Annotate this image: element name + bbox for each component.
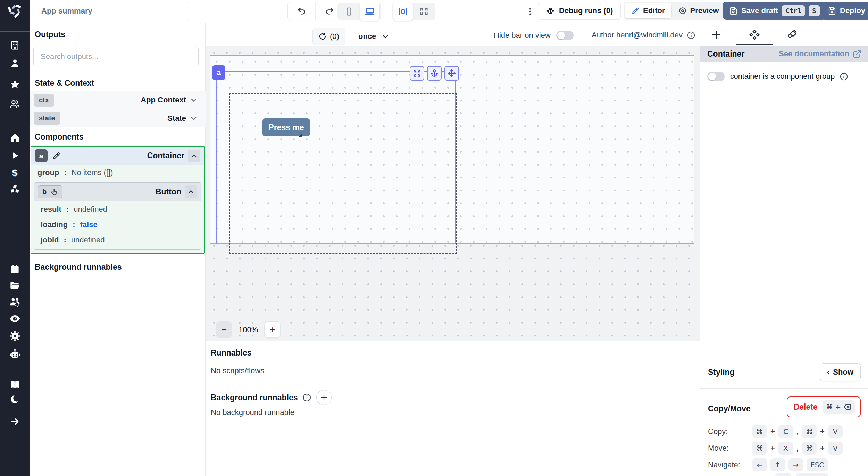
- ctx-row[interactable]: ctx App Context: [30, 91, 206, 109]
- debug-runs-button[interactable]: Debug runs (0): [538, 2, 621, 20]
- desktop-view-button[interactable]: [360, 2, 379, 21]
- selected-container-outline[interactable]: Press me: [216, 71, 456, 244]
- sidebar-item-home[interactable]: [0, 130, 30, 145]
- delete-shortcut-kbd: ⌘ +: [823, 400, 855, 414]
- components-icon: [749, 29, 760, 41]
- sidebar-item-schedules[interactable]: [0, 261, 30, 277]
- add-background-runnable-button[interactable]: [316, 390, 332, 405]
- component-tree-button-b: b Button result: undefined loading: fals…: [34, 182, 201, 250]
- button-b-row[interactable]: b Button: [34, 183, 201, 201]
- tab-preview[interactable]: Preview: [672, 3, 725, 18]
- undo-button[interactable]: [288, 2, 316, 20]
- press-me-button[interactable]: Press me: [262, 118, 310, 136]
- shortcut-row: Navigate:←↑→ESC: [708, 458, 861, 471]
- refresh-mode-dropdown[interactable]: once: [358, 28, 390, 45]
- container-a-row[interactable]: a Container: [31, 147, 204, 165]
- kbd-key: X: [778, 442, 793, 455]
- more-options-icon[interactable]: [524, 6, 536, 17]
- info-icon[interactable]: [840, 72, 848, 81]
- dark-mode-icon[interactable]: [0, 392, 30, 407]
- prop-key: loading: [41, 220, 68, 229]
- search-outputs-input[interactable]: [33, 46, 199, 67]
- move-component-button[interactable]: [444, 66, 459, 81]
- fullwidth-layout-button[interactable]: [414, 4, 434, 19]
- component-group-toggle[interactable]: [707, 72, 725, 81]
- container-subgrid[interactable]: Press me: [229, 93, 457, 254]
- component-group-row: container is a component group: [707, 72, 861, 81]
- preview-tab-label: Preview: [690, 6, 719, 15]
- sidebar-item-docs[interactable]: [0, 377, 30, 392]
- copy-move-title: Copy/Move: [708, 404, 751, 414]
- hide-bar-toggle[interactable]: [556, 31, 574, 40]
- save-draft-button[interactable]: Save draft Ctrl S: [723, 2, 826, 20]
- button-prop-result: result: undefined: [34, 201, 201, 217]
- component-id-badge: a: [35, 149, 48, 162]
- kbd-key: V: [828, 442, 843, 455]
- sidebar-item-workspace[interactable]: [0, 37, 30, 53]
- centered-layout-button[interactable]: [393, 2, 413, 21]
- mobile-view-button[interactable]: [339, 4, 359, 19]
- sidebar-item-variables[interactable]: $: [0, 165, 30, 181]
- edit-id-pencil-icon[interactable]: [52, 151, 61, 160]
- shortcut-label: Move:: [708, 444, 749, 453]
- shortcut-label: Copy:: [708, 427, 749, 436]
- refresh-button[interactable]: (0): [312, 28, 345, 45]
- expand-component-button[interactable]: [410, 66, 424, 81]
- chevron-down-icon[interactable]: [190, 114, 198, 123]
- state-type-label: State: [167, 114, 186, 123]
- prop-value: undefined: [71, 235, 105, 244]
- sidebar-item-user[interactable]: [0, 56, 30, 71]
- component-group-label: container is a component group: [730, 72, 835, 81]
- section-divider: [700, 388, 868, 389]
- show-styling-button[interactable]: ‹ Show: [820, 363, 861, 381]
- debug-runs-label: Debug runs (0): [559, 6, 613, 15]
- sidebar-divider: [0, 407, 30, 407]
- partial-kbd: [775, 473, 791, 476]
- tab-component-settings[interactable]: [747, 27, 762, 42]
- layout-toggle-group: [392, 3, 435, 20]
- component-a-tag[interactable]: a: [212, 65, 225, 80]
- delete-component-button[interactable]: Delete ⌘ +: [787, 396, 861, 417]
- tab-insert-component[interactable]: [709, 27, 724, 42]
- expand-sidebar-icon[interactable]: [0, 414, 30, 429]
- deploy-button[interactable]: Deploy: [821, 2, 868, 20]
- sidebar-item-groups[interactable]: [0, 97, 30, 112]
- windmill-logo-icon[interactable]: [0, 3, 30, 18]
- kbd-key: ←: [752, 458, 767, 471]
- styling-title: Styling: [708, 368, 735, 377]
- anchor-component-button[interactable]: [427, 66, 442, 81]
- sidebar-item-audit-logs[interactable]: [0, 311, 30, 326]
- active-tab-underline: [736, 44, 773, 45]
- app-page[interactable]: a Press me: [210, 55, 694, 244]
- zoom-in-button[interactable]: +: [264, 321, 281, 338]
- kbd-key: ⌘: [752, 442, 767, 455]
- top-toolbar: Debug runs (0) Editor Preview Save draft…: [30, 0, 868, 23]
- info-icon[interactable]: [302, 393, 311, 402]
- chevron-down-icon[interactable]: [190, 96, 198, 104]
- info-icon[interactable]: [687, 31, 695, 40]
- zoom-out-button[interactable]: −: [216, 321, 232, 338]
- see-documentation-link[interactable]: See documentation: [779, 49, 861, 58]
- collapse-button-button[interactable]: [185, 185, 197, 198]
- sidebar-item-settings[interactable]: [0, 328, 30, 344]
- zoom-level: 100%: [239, 325, 258, 334]
- canvas-grid[interactable]: a Press me − 100% +: [206, 46, 700, 341]
- state-row[interactable]: state State: [30, 109, 206, 127]
- sidebar-item-ai[interactable]: [0, 346, 30, 362]
- kbd-key: ESC: [807, 458, 828, 471]
- sidebar-item-workers[interactable]: [0, 294, 30, 310]
- kbd-key: ⌘: [802, 442, 817, 455]
- editor-tab-label: Editor: [643, 6, 665, 15]
- resize-handle[interactable]: [298, 133, 302, 137]
- sidebar-item-runs[interactable]: [0, 148, 30, 163]
- tab-styling[interactable]: [784, 27, 800, 42]
- editor-preview-tabs: Editor Preview: [624, 2, 727, 20]
- collapse-container-button[interactable]: [188, 150, 200, 162]
- tab-editor[interactable]: Editor: [625, 3, 671, 18]
- canvas-area: (0) once Hide bar on view Author henri@w…: [206, 23, 700, 341]
- sidebar-item-favorites[interactable]: [0, 77, 30, 92]
- sidebar-item-resources[interactable]: [0, 181, 30, 197]
- app-summary-input[interactable]: [35, 2, 189, 20]
- sidebar-item-folders[interactable]: [0, 278, 30, 293]
- delete-label: Delete: [794, 402, 818, 412]
